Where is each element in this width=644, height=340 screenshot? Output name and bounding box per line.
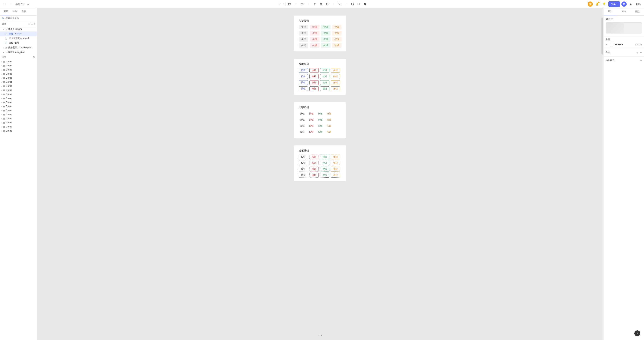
text-btn-default-3[interactable]: 按钮 — [299, 124, 306, 128]
text-btn-orange-1[interactable]: 按钮 — [325, 111, 333, 116]
outline-btn-green-2[interactable]: 按钮 — [320, 74, 330, 79]
group-item-11[interactable]: ▸ ▦ Group — [0, 104, 37, 108]
group-item-10[interactable]: ▸ ▦ Group — [0, 100, 37, 104]
menu-button[interactable]: ☰ — [2, 2, 8, 7]
group-item-9[interactable]: ▸ ▦ Group — [0, 96, 37, 100]
canvas-area[interactable]: 次要按钮 按钮 按钮 按钮 按钮 按钮 按钮 按钮 — [37, 8, 603, 340]
help-fab-icon[interactable]: ? — [634, 330, 640, 336]
tab-resources[interactable]: 资源 — [19, 8, 28, 15]
dashed-btn-green-3[interactable]: 按钮 — [320, 167, 330, 172]
outline-btn-red-2[interactable]: 按钮 — [310, 74, 319, 79]
page-list-button[interactable]: ☰ — [31, 22, 33, 25]
export-settings-icon[interactable]: ⇌ — [640, 51, 642, 54]
group-item-6[interactable]: ▸ ▦ Group — [0, 84, 37, 88]
play-button[interactable]: ▶ — [628, 1, 634, 7]
layer-item-breadcrumb[interactable]: 📄 面包屑 / Breadcrumb — [0, 36, 37, 41]
dashed-btn-default-2[interactable]: 按钮 — [299, 161, 308, 166]
dashed-btn-green-1[interactable]: 按钮 — [320, 155, 330, 159]
text-btn-default-1[interactable]: 按钮 — [299, 111, 306, 116]
mask-chevron[interactable]: ▾ — [344, 2, 349, 7]
secondary-btn-red-2[interactable]: 按钮 — [310, 31, 320, 36]
secondary-btn-default-1[interactable]: 按钮 — [299, 25, 308, 30]
rect-chevron[interactable]: ▾ — [306, 2, 311, 7]
layers-sort-icon[interactable]: ⇅ — [33, 56, 35, 58]
outline-btn-red-1[interactable]: 按钮 — [310, 68, 319, 73]
outline-btn-blue-3[interactable]: 按钮 — [299, 80, 308, 85]
layer-item-general[interactable]: ▾ 🗂 通用 / General — [0, 27, 37, 32]
tab-layers[interactable]: 图层 — [2, 8, 10, 15]
outline-btn-blue-1[interactable]: 按钮 — [299, 68, 308, 73]
secondary-btn-green-3[interactable]: 按钮 — [321, 37, 330, 42]
group-item-15[interactable]: ▸ ▦ Group — [0, 120, 37, 125]
outline-btn-red-3[interactable]: 按钮 — [310, 80, 319, 85]
secondary-btn-green-1[interactable]: 按钮 — [321, 25, 330, 30]
group-item-1[interactable]: ▸ ▦ Group — [0, 64, 37, 68]
outline-btn-green-3[interactable]: 按钮 — [320, 80, 330, 85]
page-expand-button[interactable]: ▾ — [34, 22, 35, 25]
text-btn-green-1[interactable]: 按钮 — [316, 111, 324, 116]
secondary-btn-default-3[interactable]: 按钮 — [299, 37, 308, 42]
text-btn-default-2[interactable]: 按钮 — [299, 118, 306, 122]
rect2-tool-button[interactable] — [356, 2, 362, 7]
rect-tool-button[interactable] — [300, 2, 305, 7]
layer-item-data-display[interactable]: ▸ 🗂 数据展示 / Data Display — [0, 45, 37, 50]
secondary-btn-orange-1[interactable]: 按钮 — [332, 25, 342, 30]
annotate-tab[interactable]: 标注 — [617, 8, 630, 15]
outline-btn-orange-4[interactable]: 按钮 — [331, 86, 340, 91]
text-btn-default-4[interactable]: 按钮 — [299, 130, 306, 134]
outline-btn-green-4[interactable]: 按钮 — [320, 86, 330, 91]
local-style-add-button[interactable]: + — [640, 59, 642, 62]
scroll-indicator[interactable] — [602, 18, 602, 54]
plugin-button[interactable]: N — [362, 2, 368, 7]
dashed-btn-red-3[interactable]: 按钮 — [310, 167, 319, 172]
outline-btn-blue-2[interactable]: 按钮 — [299, 74, 308, 79]
text-btn-red-1[interactable]: 按钮 — [308, 111, 315, 116]
text-btn-orange-4[interactable]: 按钮 — [325, 130, 333, 134]
text-btn-red-3[interactable]: 按钮 — [308, 124, 315, 128]
text-tool-button[interactable]: T — [312, 2, 318, 7]
add-page-button[interactable]: + — [28, 22, 30, 25]
dashed-btn-orange-2[interactable]: 按钮 — [331, 161, 340, 166]
text-btn-orange-3[interactable]: 按钮 — [325, 124, 333, 128]
group-item-12[interactable]: ▸ ▦ Group — [0, 108, 37, 112]
component-tool-button[interactable] — [325, 2, 330, 7]
secondary-btn-green-2[interactable]: 按钮 — [321, 31, 330, 36]
dashed-btn-red-1[interactable]: 按钮 — [310, 155, 319, 159]
add-tool-button[interactable]: + — [276, 2, 282, 7]
outline-btn-orange-2[interactable]: 按钮 — [331, 74, 340, 79]
text-btn-green-3[interactable]: 按钮 — [316, 124, 324, 128]
secondary-btn-red-4[interactable]: 按钮 — [310, 43, 320, 48]
dashed-btn-red-4[interactable]: 按钮 — [310, 173, 319, 178]
dashed-btn-default-1[interactable]: 按钮 — [299, 155, 308, 159]
group-item-4[interactable]: ▸ ▦ Group — [0, 76, 37, 80]
outline-btn-blue-4[interactable]: 按钮 — [299, 86, 308, 91]
layer-item-link[interactable]: 📄 链接 / Link — [0, 41, 37, 45]
help-fab[interactable]: ? — [634, 330, 640, 336]
group-item-3[interactable]: ▸ ▦ Group — [0, 72, 37, 76]
secondary-btn-green-4[interactable]: 按钮 — [321, 43, 330, 48]
secondary-btn-red-1[interactable]: 按钮 — [310, 25, 320, 30]
minimize-button[interactable]: ─ — [9, 2, 14, 7]
dashed-btn-red-2[interactable]: 按钮 — [310, 161, 319, 166]
dashed-btn-default-4[interactable]: 按钮 — [299, 173, 308, 178]
text-btn-orange-2[interactable]: 按钮 — [325, 118, 333, 122]
group-item-17[interactable]: ▸ ▦ Group — [0, 129, 37, 133]
group-item-2[interactable]: ▸ ▦ Group — [0, 68, 37, 72]
layer-item-navigation[interactable]: ▸ 🗂 导航 / Navigation — [0, 50, 37, 54]
prototype-tab[interactable]: 原型 — [630, 8, 644, 15]
group-item-5[interactable]: ▸ ▦ Group — [0, 80, 37, 84]
chevron-down-icon[interactable]: ▾ — [24, 3, 25, 5]
dashed-btn-orange-1[interactable]: 按钮 — [331, 155, 340, 159]
dashed-btn-green-2[interactable]: 按钮 — [320, 161, 330, 166]
secondary-btn-orange-2[interactable]: 按钮 — [332, 31, 342, 36]
secondary-btn-default-2[interactable]: 按钮 — [299, 31, 308, 36]
search-input[interactable] — [6, 17, 35, 20]
bg-color-swatch[interactable] — [610, 43, 613, 46]
text-btn-red-2[interactable]: 按钮 — [308, 118, 315, 122]
outline-btn-orange-3[interactable]: 按钮 — [331, 80, 340, 85]
ellipse-tool-button[interactable] — [350, 2, 355, 7]
component-chevron[interactable]: ▾ — [331, 2, 336, 7]
group-item-7[interactable]: ▸ ▦ Group — [0, 88, 37, 92]
secondary-btn-red-3[interactable]: 按钮 — [310, 37, 320, 42]
frame-chevron[interactable]: ▾ — [293, 2, 298, 7]
